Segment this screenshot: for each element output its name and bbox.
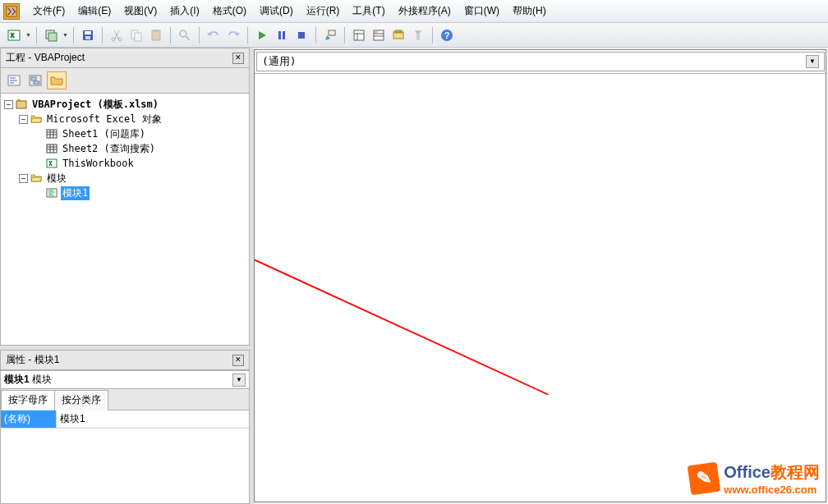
svg-rect-28	[416, 34, 420, 40]
dropdown-arrow-icon[interactable]: ▼	[25, 32, 31, 38]
tree-label: Sheet2 (查询搜索)	[61, 142, 157, 156]
dropdown-arrow-icon[interactable]: ▼	[62, 32, 68, 38]
copy-icon[interactable]	[127, 26, 145, 44]
folder-view-icon[interactable]	[47, 71, 67, 89]
find-icon[interactable]	[176, 26, 194, 44]
property-row[interactable]: (名称) 模块1	[1, 410, 249, 428]
menu-run[interactable]: 运行(R)	[300, 1, 347, 21]
left-panel: 工程 - VBAProject ✕ − VBAProject (模板.xlsm)…	[0, 48, 250, 504]
object-dropdown[interactable]: 模块1 模块 ▼	[0, 370, 250, 389]
toolbox-icon[interactable]	[409, 26, 427, 44]
tree-collapse-icon[interactable]: −	[19, 174, 28, 183]
svg-line-56	[255, 208, 548, 395]
sheet-icon	[45, 143, 58, 154]
tree-label: ThisWorkbook	[61, 158, 136, 169]
svg-rect-15	[278, 31, 281, 39]
menu-file[interactable]: 文件(F)	[26, 1, 71, 21]
cut-icon[interactable]	[108, 26, 126, 44]
sheet-icon	[45, 128, 58, 140]
main-area: 工程 - VBAProject ✕ − VBAProject (模板.xlsm)…	[0, 48, 828, 504]
insert-icon[interactable]	[42, 26, 60, 44]
project-explorer-icon[interactable]	[350, 26, 368, 44]
undo-icon[interactable]	[205, 26, 223, 44]
svg-rect-36	[31, 77, 36, 80]
close-icon[interactable]: ✕	[232, 355, 244, 366]
code-editor[interactable]	[255, 74, 826, 502]
tree-collapse-icon[interactable]: −	[4, 100, 13, 109]
excel-icon[interactable]	[5, 26, 23, 44]
separator	[247, 27, 248, 44]
property-tabs: 按字母序 按分类序	[0, 389, 250, 410]
redo-icon[interactable]	[224, 26, 242, 44]
code-header: (通用) ▼	[255, 50, 826, 74]
dropdown-arrow-icon[interactable]: ▼	[232, 373, 246, 387]
tree-folder[interactable]: − 模块	[1, 171, 249, 186]
separator	[170, 27, 171, 44]
properties-panel: 属性 - 模块1 ✕ 模块1 模块 ▼ 按字母序 按分类序 (名称) 模块1	[0, 350, 250, 504]
tree-label-selected: 模块1	[61, 186, 90, 200]
workbook-icon	[45, 158, 58, 169]
tab-categorized[interactable]: 按分类序	[54, 390, 108, 410]
separator	[344, 27, 345, 44]
svg-text:?: ?	[444, 30, 450, 40]
tree-root[interactable]: − VBAProject (模板.xlsm)	[1, 97, 249, 112]
separator	[102, 27, 103, 44]
design-mode-icon[interactable]	[321, 26, 339, 44]
svg-rect-3	[48, 33, 57, 41]
menu-window[interactable]: 窗口(W)	[458, 1, 506, 21]
svg-rect-5	[85, 31, 91, 34]
pause-icon[interactable]	[273, 26, 291, 44]
svg-rect-38	[16, 101, 26, 108]
object-selector[interactable]: (通用) ▼	[256, 52, 825, 71]
close-icon[interactable]: ✕	[232, 53, 244, 64]
view-code-icon[interactable]	[4, 71, 24, 89]
tree-collapse-icon[interactable]: −	[19, 115, 28, 124]
menu-tools[interactable]: 工具(T)	[346, 1, 391, 21]
run-icon[interactable]	[253, 26, 271, 44]
menu-addins[interactable]: 外接程序(A)	[392, 1, 458, 21]
tree-label: VBAProject (模板.xlsm)	[30, 98, 160, 112]
svg-rect-39	[17, 99, 21, 102]
view-object-icon[interactable]	[25, 71, 45, 89]
menu-debug[interactable]: 调试(D)	[253, 1, 300, 21]
properties-grid[interactable]: (名称) 模块1	[0, 410, 250, 504]
watermark: ✎ Office教程网 www.office26.com	[689, 461, 820, 496]
arrow-annotation	[255, 74, 826, 502]
menu-format[interactable]: 格式(O)	[206, 1, 253, 21]
svg-rect-50	[47, 159, 57, 167]
svg-rect-16	[283, 31, 285, 39]
property-value[interactable]: 模块1	[57, 410, 249, 428]
svg-rect-12	[154, 30, 159, 32]
tree-label: 模块	[45, 172, 68, 186]
svg-rect-27	[395, 30, 402, 33]
menu-help[interactable]: 帮助(H)	[506, 1, 553, 21]
svg-rect-45	[47, 144, 57, 153]
code-panel: (通用) ▼	[254, 49, 826, 502]
menu-edit[interactable]: 编辑(E)	[71, 1, 117, 21]
tab-alphabetic[interactable]: 按字母序	[1, 390, 55, 410]
svg-rect-19	[354, 30, 364, 40]
object-browser-icon[interactable]	[389, 26, 407, 44]
separator	[199, 27, 200, 44]
project-tree[interactable]: − VBAProject (模板.xlsm) − Microsoft Excel…	[0, 93, 250, 346]
paste-icon[interactable]	[147, 26, 165, 44]
save-icon[interactable]	[79, 26, 97, 44]
watermark-brand: Office教程网	[724, 461, 820, 483]
menu-insert[interactable]: 插入(I)	[163, 1, 205, 21]
tree-item[interactable]: 模块1	[1, 186, 249, 200]
toolbar: ▼ ▼ ?	[0, 23, 828, 48]
tree-folder[interactable]: − Microsoft Excel 对象	[1, 112, 249, 126]
tree-label: Microsoft Excel 对象	[45, 112, 163, 126]
tree-item[interactable]: Sheet1 (问题库)	[1, 126, 249, 141]
module-icon	[45, 187, 58, 199]
tree-item[interactable]: Sheet2 (查询搜索)	[1, 141, 249, 156]
stop-icon[interactable]	[292, 26, 310, 44]
help-icon[interactable]: ?	[438, 26, 456, 44]
watermark-url: www.office26.com	[724, 483, 820, 496]
menu-view[interactable]: 视图(V)	[117, 1, 163, 21]
dropdown-arrow-icon[interactable]: ▼	[806, 55, 819, 68]
tree-item[interactable]: ThisWorkbook	[1, 156, 249, 171]
project-panel-toolbar	[0, 68, 250, 93]
properties-icon[interactable]	[370, 26, 388, 44]
vbaproject-icon	[15, 99, 28, 110]
